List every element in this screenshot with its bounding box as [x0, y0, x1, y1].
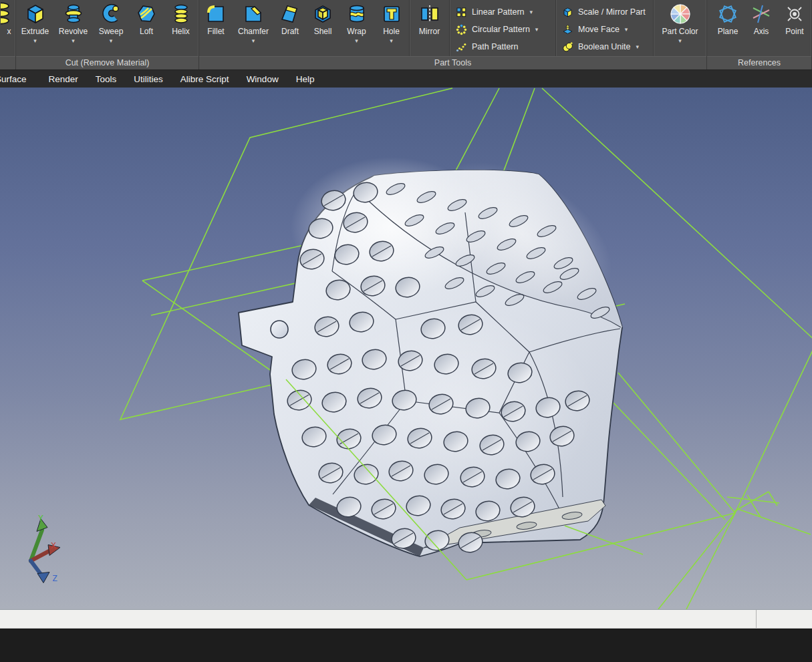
extrude-label: Extrude	[21, 27, 49, 36]
path-pattern-button[interactable]: Path Pattern	[450, 38, 555, 55]
truncated-coil-icon	[0, 2, 16, 26]
chamfer-icon	[242, 2, 265, 26]
move-face-button[interactable]: Move Face ▾	[556, 21, 653, 38]
part-color-wheel-icon	[669, 2, 692, 26]
helix-label: Helix	[172, 27, 190, 36]
ribbon-group-cut: Extrude ▾ Revolve ▾	[16, 0, 199, 69]
status-bar-divider	[756, 610, 757, 628]
loft-button[interactable]: Loft	[130, 0, 163, 56]
extrude-icon	[24, 2, 47, 26]
ribbon: x Extrude ▾	[0, 0, 812, 69]
group-label-cut: Cut (Remove Material)	[16, 56, 198, 69]
chevron-down-icon[interactable]: ▾	[33, 38, 37, 44]
menu-help[interactable]: Help	[296, 74, 315, 84]
circular-pattern-button[interactable]: Circular Pattern ▾	[450, 21, 555, 38]
chevron-down-icon[interactable]: ▾	[390, 38, 393, 44]
chevron-down-icon[interactable]: ▾	[636, 43, 640, 50]
menu-alibre-script[interactable]: Alibre Script	[180, 74, 229, 84]
point-button[interactable]: Point	[778, 0, 811, 56]
triad-z-label: Z	[52, 573, 57, 583]
circular-pattern-icon	[455, 23, 467, 35]
menu-bar: Surface Render Tools Utilities Alibre Sc…	[0, 69, 812, 88]
hole-button[interactable]: Hole ▾	[374, 0, 409, 56]
plane-button[interactable]: Plane	[711, 0, 745, 56]
move-face-icon	[561, 23, 573, 35]
part-color-button[interactable]: Part Color ▾	[654, 0, 706, 56]
chamfer-label: Chamfer	[238, 27, 269, 36]
triad-x-label: X	[51, 540, 56, 550]
mirror-label: Mirror	[419, 27, 440, 36]
plane-icon	[716, 2, 739, 26]
truncated-button[interactable]: x	[0, 0, 16, 56]
sweep-button[interactable]: Sweep ▾	[92, 0, 130, 56]
boolean-unite-label: Boolean Unite	[578, 42, 631, 51]
menu-render[interactable]: Render	[49, 74, 78, 84]
group-label-part-tools: Part Tools	[199, 56, 706, 69]
sweep-label: Sweep	[99, 27, 124, 36]
hole-label: Hole	[383, 27, 400, 36]
sweep-icon	[100, 2, 122, 26]
draft-icon	[279, 2, 301, 26]
menu-utilities[interactable]: Utilities	[134, 74, 163, 84]
boolean-unite-icon	[561, 41, 573, 53]
bottom-panel	[0, 629, 812, 662]
wrap-button[interactable]: Wrap ▾	[340, 0, 374, 56]
scale-mirror-part-button[interactable]: Scale / Mirror Part	[556, 3, 653, 21]
wrap-label: Wrap	[347, 27, 366, 36]
shell-button[interactable]: Shell	[306, 0, 340, 56]
pattern-stack: Linear Pattern ▾ Circular Pa	[450, 0, 555, 55]
revolve-label: Revolve	[59, 27, 88, 36]
ribbon-group-references: Plane Axis	[707, 0, 812, 69]
truncated-button-label: x	[7, 27, 11, 36]
mirror-button[interactable]: Mirror	[410, 0, 449, 56]
scale-mirror-part-icon	[561, 6, 573, 18]
plane-label: Plane	[718, 27, 738, 36]
chevron-down-icon[interactable]: ▾	[530, 9, 533, 15]
fillet-icon	[205, 2, 227, 26]
axis-icon	[750, 2, 773, 26]
path-pattern-label: Path Pattern	[472, 42, 519, 51]
linear-pattern-label: Linear Pattern	[472, 7, 525, 17]
axis-button[interactable]: Axis	[745, 0, 778, 56]
chevron-down-icon[interactable]: ▾	[625, 26, 628, 33]
group-label-truncated	[0, 56, 15, 69]
chevron-down-icon[interactable]: ▾	[535, 26, 539, 33]
viewport-3d[interactable]: Y X Z	[0, 88, 812, 609]
status-bar	[0, 609, 812, 629]
triad-y-label: Y	[38, 513, 43, 523]
shell-label: Shell	[314, 27, 332, 36]
chevron-down-icon[interactable]: ▾	[110, 38, 113, 44]
edit-stack: Scale / Mirror Part Move Face ▾	[556, 0, 653, 55]
point-icon	[783, 2, 806, 26]
menu-surface[interactable]: Surface	[0, 74, 27, 84]
axis-label: Axis	[754, 27, 769, 36]
ribbon-group-part-tools: Fillet Chamfer ▾	[199, 0, 707, 69]
move-face-label: Move Face	[578, 25, 620, 34]
mirror-icon	[418, 2, 441, 26]
revolve-button[interactable]: Revolve ▾	[54, 0, 92, 56]
chevron-down-icon[interactable]: ▾	[355, 38, 358, 44]
chevron-down-icon[interactable]: ▾	[72, 38, 75, 44]
revolve-icon	[62, 2, 85, 26]
alibre-design-window: x Extrude ▾	[0, 0, 812, 662]
boolean-unite-button[interactable]: Boolean Unite ▾	[556, 38, 653, 55]
fillet-button[interactable]: Fillet	[199, 0, 233, 56]
helix-button[interactable]: Helix	[163, 0, 198, 56]
chevron-down-icon[interactable]: ▾	[252, 38, 255, 44]
part-color-label: Part Color	[662, 27, 698, 36]
draft-label: Draft	[281, 27, 299, 36]
circular-pattern-label: Circular Pattern	[472, 25, 530, 34]
chamfer-button[interactable]: Chamfer ▾	[233, 0, 274, 56]
model-scene	[0, 88, 812, 609]
menu-tools[interactable]: Tools	[96, 74, 117, 84]
hole-icon	[380, 2, 403, 26]
menu-window[interactable]: Window	[247, 74, 279, 84]
group-label-references: References	[707, 56, 811, 69]
linear-pattern-button[interactable]: Linear Pattern ▾	[450, 3, 555, 21]
draft-button[interactable]: Draft	[274, 0, 306, 56]
shell-icon	[311, 2, 334, 26]
ribbon-group-truncated: x	[0, 0, 16, 69]
chevron-down-icon[interactable]: ▾	[678, 38, 682, 44]
extrude-button[interactable]: Extrude ▾	[16, 0, 54, 56]
helix-icon	[170, 2, 192, 26]
